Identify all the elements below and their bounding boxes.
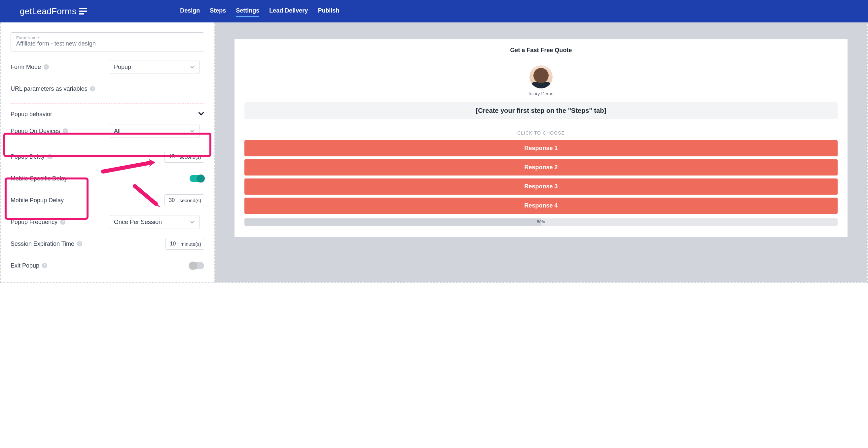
form-mode-label: Form Mode ?	[10, 64, 110, 71]
form-mode-row: Form Mode ? Popup	[10, 60, 204, 74]
nav-design[interactable]: Design	[180, 5, 200, 17]
exit-popup-toggle[interactable]	[190, 262, 204, 269]
svg-rect-2	[79, 13, 84, 14]
session-expiration-label: Session Expiration Time	[10, 241, 74, 247]
popup-behavior-header[interactable]: Popup behavior	[10, 110, 204, 118]
preview-panel: Get a Fast Free Quote Injury Demo [Creat…	[215, 23, 867, 282]
preview-subtitle: Injury Demo	[244, 91, 838, 96]
editor-canvas: Form Name Affiliate form - test new desi…	[0, 23, 868, 283]
help-icon[interactable]: ?	[43, 64, 49, 70]
nav-publish[interactable]: Publish	[318, 5, 339, 17]
brand-name: getLeadForms	[20, 6, 76, 16]
svg-rect-1	[79, 10, 87, 12]
response-option[interactable]: Response 1	[244, 140, 838, 157]
help-icon[interactable]: ?	[63, 128, 68, 134]
response-option[interactable]: Response 2	[244, 159, 838, 175]
popup-devices-select[interactable]: All	[110, 124, 199, 138]
nav-settings[interactable]: Settings	[236, 5, 259, 17]
preview-banner: [Create your first step on the "Steps" t…	[244, 102, 838, 119]
url-params-label: URL parameters as variables	[10, 85, 87, 92]
help-icon[interactable]: ?	[90, 86, 95, 91]
form-preview: Get a Fast Free Quote Injury Demo [Creat…	[235, 39, 847, 237]
help-icon[interactable]: ?	[77, 241, 82, 246]
logo-icon	[78, 7, 88, 15]
chevron-down-icon	[185, 125, 199, 138]
mobile-specific-delay-label: Mobile Specific Delay	[10, 175, 67, 182]
popup-devices-label: Popup On Devices	[10, 128, 60, 135]
chevron-down-icon	[198, 110, 204, 118]
nav-lead-delivery[interactable]: Lead Delivery	[269, 5, 308, 17]
mobile-popup-delay-row: Mobile Popup Delay second(s)	[10, 193, 204, 207]
help-icon[interactable]: ?	[42, 263, 47, 268]
form-name-label: Form Name	[16, 35, 198, 40]
popup-delay-input[interactable]: second(s)	[164, 151, 204, 163]
response-option[interactable]: Response 3	[244, 178, 838, 195]
response-option[interactable]: Response 4	[244, 198, 838, 214]
exit-popup-label: Exit Popup	[10, 262, 39, 269]
progress-bar: 50%	[244, 218, 838, 226]
popup-frequency-select[interactable]: Once Per Session	[110, 215, 199, 229]
main-nav: Design Steps Settings Lead Delivery Publ…	[180, 5, 339, 17]
mobile-popup-delay-label: Mobile Popup Delay	[10, 197, 64, 204]
avatar	[529, 65, 553, 89]
help-icon[interactable]: ?	[60, 219, 65, 225]
popup-devices-row: Popup On Devices ? All	[10, 124, 204, 138]
help-icon[interactable]: ?	[47, 154, 53, 159]
svg-rect-0	[79, 8, 87, 9]
popup-delay-row: Popup Delay ? second(s)	[10, 150, 204, 164]
preview-title: Get a Fast Free Quote	[244, 47, 838, 58]
progress-percent: 50%	[537, 220, 545, 224]
chevron-down-icon	[185, 60, 199, 74]
chevron-down-icon	[185, 215, 199, 229]
popup-delay-label: Popup Delay	[10, 153, 44, 160]
popup-frequency-row: Popup Frequency ? Once Per Session	[10, 215, 204, 229]
url-params-row: URL parameters as variables ?	[10, 82, 204, 96]
divider	[10, 104, 204, 104]
settings-panel: Form Name Affiliate form - test new desi…	[1, 23, 215, 282]
form-name-field[interactable]: Form Name Affiliate form - test new desi…	[10, 32, 204, 51]
form-mode-select[interactable]: Popup	[110, 60, 199, 74]
brand-logo: getLeadForms	[20, 6, 88, 16]
session-expiration-input[interactable]: minute(s)	[165, 238, 204, 250]
session-expiration-row: Session Expiration Time ? minute(s)	[10, 237, 204, 251]
popup-frequency-label: Popup Frequency	[10, 219, 58, 226]
form-name-value: Affiliate form - test new design	[16, 40, 198, 47]
mobile-popup-delay-input[interactable]: second(s)	[164, 194, 204, 206]
exit-popup-row: Exit Popup ?	[10, 259, 204, 273]
preview-choose-label: CLICK TO CHOOSE	[244, 130, 838, 136]
mobile-specific-delay-toggle[interactable]	[190, 175, 204, 182]
nav-steps[interactable]: Steps	[210, 5, 226, 17]
app-header: getLeadForms Design Steps Settings Lead …	[0, 0, 868, 23]
mobile-specific-delay-row: Mobile Specific Delay	[10, 172, 204, 185]
